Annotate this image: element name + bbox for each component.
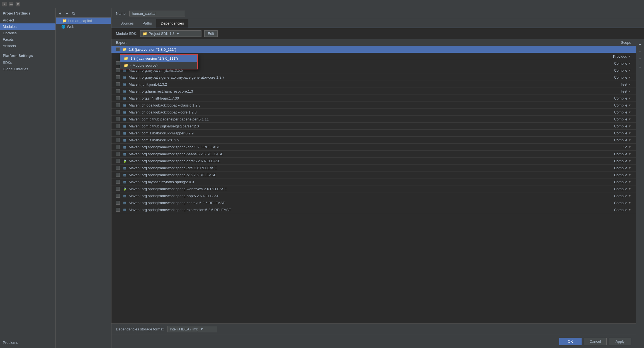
dep-checkbox-spring-context[interactable]: [116, 201, 120, 205]
move-up-button[interactable]: ↑: [637, 56, 643, 62]
minus-button[interactable]: —: [9, 2, 13, 6]
tab-paths[interactable]: Paths: [138, 19, 156, 28]
dep-checkbox-spring-beans[interactable]: [116, 152, 120, 156]
dep-row-druid[interactable]: ▦ Maven: com.alibaba:druid:0.2.9 Compile…: [111, 137, 636, 144]
popup-item-module-source[interactable]: 📁 <Module source>: [120, 62, 197, 69]
dep-row-druid-wrapper[interactable]: ▦ Maven: com.alibaba:druid-wrapper:0.2.9…: [111, 130, 636, 137]
dep-row-spring-expression[interactable]: ▦ Maven: org.springframework:spring-expr…: [111, 206, 636, 213]
dep-checkbox-spring-jcl[interactable]: [116, 166, 120, 170]
dep-name-mysql: Maven: mysql:mysql-connector-java:5.1.44: [129, 61, 598, 66]
tree-item-human-capital[interactable]: ▶ 📁 human_capital: [56, 18, 111, 24]
dep-checkbox-druid[interactable]: [116, 138, 120, 142]
dep-row-mybatis-spring[interactable]: ▦ Maven: org.mybatis:mybatis-spring:2.0.…: [111, 178, 636, 185]
sidebar-item-modules[interactable]: Modules: [0, 23, 55, 30]
spring-aop-scope-arrow[interactable]: ▼: [628, 194, 631, 197]
mybatis-scope-arrow[interactable]: ▼: [628, 69, 631, 72]
dep-row-spring-context[interactable]: ▦ Maven: org.springframework:spring-cont…: [111, 199, 636, 206]
storage-select[interactable]: IntelliJ IDEA (.iml) ▼: [167, 326, 217, 332]
dep-checkbox-logback-core[interactable]: [116, 110, 120, 114]
sidebar-item-global-libraries[interactable]: Global Libraries: [0, 66, 55, 72]
dep-checkbox-mybatis-gen[interactable]: [116, 75, 120, 79]
dep-checkbox-pagehelper[interactable]: [116, 117, 120, 121]
spring-core-scope-arrow[interactable]: ▼: [628, 160, 631, 163]
dep-checkbox-mybatis[interactable]: [116, 68, 120, 72]
sdk-select[interactable]: 📁 Project SDK 1.8 ▼: [140, 30, 201, 37]
dep-checkbox-spring-jdbc[interactable]: [116, 145, 120, 149]
spring-webmvc-scope-arrow[interactable]: ▼: [628, 187, 631, 190]
slf4j-scope-arrow[interactable]: ▼: [628, 97, 631, 100]
sidebar-item-sdks[interactable]: SDKs: [0, 59, 55, 66]
junit-scope-arrow[interactable]: ▼: [628, 83, 631, 86]
dep-row-pagehelper[interactable]: ▦ Maven: com.github.pagehelper:pagehelpe…: [111, 116, 636, 123]
name-input[interactable]: [129, 11, 185, 16]
add-dep-button[interactable]: +: [637, 42, 643, 48]
maximize-button[interactable]: ⧉: [16, 2, 20, 6]
sidebar-item-artifacts[interactable]: Artifacts: [0, 43, 55, 49]
spring-jcl-scope-arrow[interactable]: ▼: [628, 166, 631, 170]
popup-item-jdk[interactable]: 📁 1.8 (java version "1.8.0_111"): [120, 55, 197, 62]
druid-scope-arrow[interactable]: ▼: [628, 139, 631, 142]
sidebar-item-facets[interactable]: Facets: [0, 36, 55, 43]
dep-checkbox-druid-wrapper[interactable]: [116, 131, 120, 135]
cancel-button[interactable]: Cancel: [584, 338, 607, 345]
add-button[interactable]: +: [2, 2, 7, 6]
dep-checkbox-spring-expression[interactable]: [116, 208, 120, 212]
jsqlparser-scope-arrow[interactable]: ▼: [628, 125, 631, 128]
tree-remove-button[interactable]: −: [64, 11, 70, 16]
remove-dep-button[interactable]: −: [637, 49, 643, 55]
tab-sources[interactable]: Sources: [116, 19, 138, 28]
sidebar-item-problems[interactable]: Problems: [0, 339, 55, 346]
dep-checkbox-jdk[interactable]: [116, 47, 120, 51]
tomcat-scope-arrow[interactable]: ▼: [628, 55, 631, 58]
dep-checkbox-jsqlparser[interactable]: [116, 124, 120, 128]
edit-button[interactable]: Edit: [204, 30, 218, 37]
spring-beans-scope-arrow[interactable]: ▼: [628, 153, 631, 156]
spring-context-scope-arrow[interactable]: ▼: [628, 201, 631, 204]
dep-row-spring-webmvc[interactable]: 🍃 Maven: org.springframework:spring-webm…: [111, 185, 636, 192]
sidebar-item-project[interactable]: Project: [0, 17, 55, 23]
dep-checkbox-mybatis-spring[interactable]: [116, 180, 120, 184]
dep-row-jsqlparser[interactable]: ▦ Maven: com.github.jsqlparser:jsqlparse…: [111, 123, 636, 130]
dep-row-spring-aop[interactable]: ▦ Maven: org.springframework:spring-aop:…: [111, 192, 636, 199]
dep-checkbox-spring-core[interactable]: [116, 159, 120, 163]
druid-wrapper-scope-arrow[interactable]: ▼: [628, 132, 631, 135]
spring-jdbc-scope-arrow[interactable]: ▼: [628, 146, 631, 149]
sidebar-item-libraries[interactable]: Libraries: [0, 30, 55, 36]
mybatis-gen-scope-arrow[interactable]: ▼: [628, 76, 631, 79]
dep-checkbox-hamcrest[interactable]: [116, 89, 120, 93]
dep-checkbox-spring-tx[interactable]: [116, 173, 120, 177]
dep-row-spring-tx[interactable]: ▦ Maven: org.springframework:spring-tx:5…: [111, 171, 636, 178]
logback-core-scope-arrow[interactable]: ▼: [628, 111, 631, 114]
spring-expression-scope-arrow[interactable]: ▼: [628, 208, 631, 211]
tree-copy-button[interactable]: ⧉: [71, 11, 76, 16]
dep-row-hamcrest[interactable]: ▦ Maven: org.hamcrest:hamcrest-core:1.3 …: [111, 88, 636, 95]
move-down-button[interactable]: ↓: [637, 63, 643, 69]
dep-row-spring-beans[interactable]: ▦ Maven: org.springframework:spring-bean…: [111, 151, 636, 158]
dep-checkbox-spring-webmvc[interactable]: [116, 187, 120, 191]
dep-row-spring-jcl[interactable]: ▦ Maven: org.springframework:spring-jcl:…: [111, 165, 636, 171]
dep-checkbox-logback-classic[interactable]: [116, 103, 120, 107]
tree-add-button[interactable]: +: [57, 11, 63, 16]
dep-checkbox-slf4j[interactable]: [116, 96, 120, 100]
dep-row-spring-core[interactable]: 🍃 Maven: org.springframework:spring-core…: [111, 158, 636, 165]
dep-row-logback-core[interactable]: ▦ Maven: ch.qos.logback:logback-core:1.2…: [111, 109, 636, 116]
spring-tx-scope-arrow[interactable]: ▼: [628, 173, 631, 177]
mysql-scope-arrow[interactable]: ▼: [628, 62, 631, 65]
dep-row-slf4j[interactable]: ▦ Maven: org.slf4j:slf4j-api:1.7.30 Comp…: [111, 95, 636, 102]
mybatis-spring-scope-arrow[interactable]: ▼: [628, 180, 631, 183]
dep-checkbox-mysql[interactable]: [116, 61, 120, 65]
dep-row-mybatis-gen[interactable]: ▦ Maven: org.mybatis.generator:mybatis-g…: [111, 74, 636, 81]
pagehelper-scope-arrow[interactable]: ▼: [628, 118, 631, 121]
hamcrest-scope-arrow[interactable]: ▼: [628, 90, 631, 93]
logback-classic-scope-arrow[interactable]: ▼: [628, 104, 631, 107]
tab-dependencies[interactable]: Dependencies: [156, 19, 188, 28]
tree-item-web[interactable]: 🌐 Web: [56, 24, 111, 30]
dep-row-junit[interactable]: ▦ Maven: junit:junit:4.13.2 Test▼: [111, 81, 636, 88]
dep-row-logback-classic[interactable]: ▦ Maven: ch.qos.logback:logback-classic:…: [111, 102, 636, 109]
apply-button[interactable]: Apply: [609, 338, 631, 345]
ok-button[interactable]: OK: [559, 338, 582, 345]
dep-row-spring-jdbc[interactable]: ▦ Maven: org.springframework:spring-jdbc…: [111, 144, 636, 151]
dep-row-jdk[interactable]: 📁 1.8 (java version "1.8.0_111") 📁 1.8 (…: [111, 46, 636, 53]
dep-checkbox-junit[interactable]: [116, 82, 120, 86]
dep-checkbox-spring-aop[interactable]: [116, 194, 120, 198]
